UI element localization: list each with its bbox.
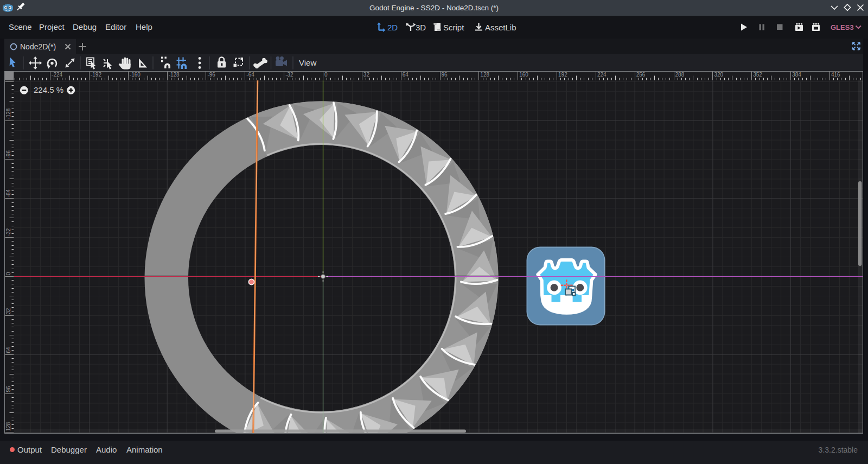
svg-text:3D: 3D (416, 23, 426, 32)
svg-text:32: 32 (363, 72, 370, 78)
svg-text:-96: -96 (5, 150, 11, 158)
svg-text:Godot Engine - SS2D - Node2D.t: Godot Engine - SS2D - Node2D.tscn (*) (369, 4, 499, 12)
svg-text:192: 192 (558, 72, 567, 78)
svg-text:-224: -224 (52, 72, 62, 78)
svg-text:352: 352 (753, 72, 762, 78)
svg-text:-96: -96 (207, 72, 215, 78)
svg-text:2D: 2D (387, 23, 398, 32)
svg-text:-128: -128 (5, 108, 11, 119)
svg-text:128: 128 (480, 72, 489, 78)
svg-text:224: 224 (597, 72, 607, 78)
svg-text:Debug: Debug (73, 22, 97, 31)
svg-text:-32: -32 (285, 72, 293, 78)
svg-text:-160: -160 (130, 72, 141, 78)
svg-text:AssetLib: AssetLib (485, 23, 516, 32)
svg-text:Output: Output (17, 445, 42, 454)
svg-text:-32: -32 (5, 228, 11, 236)
svg-text:416: 416 (831, 72, 840, 78)
svg-text:32: 32 (5, 308, 11, 314)
svg-text:320: 320 (714, 72, 723, 78)
svg-text:-128: -128 (169, 72, 180, 78)
svg-text:Node2D(*): Node2D(*) (20, 42, 56, 51)
svg-text:384: 384 (792, 72, 801, 78)
svg-text:288: 288 (675, 72, 685, 78)
svg-text:GLES3: GLES3 (831, 23, 854, 31)
svg-text:Script: Script (443, 23, 464, 32)
svg-text:256: 256 (636, 72, 646, 78)
svg-text:160: 160 (519, 72, 528, 78)
svg-text:Debugger: Debugger (51, 445, 87, 454)
svg-text:View: View (299, 58, 316, 67)
svg-text:Editor: Editor (105, 22, 126, 31)
svg-text:0: 0 (5, 272, 11, 275)
svg-text:64: 64 (403, 72, 409, 78)
svg-text:-64: -64 (246, 72, 254, 78)
svg-text:64: 64 (5, 347, 11, 353)
svg-text:3.3.2.stable: 3.3.2.stable (819, 446, 858, 454)
svg-text:-192: -192 (91, 72, 101, 78)
svg-text:224.5 %: 224.5 % (34, 85, 63, 94)
svg-text:96: 96 (5, 386, 11, 392)
svg-text:Help: Help (136, 22, 152, 31)
svg-text:Scene: Scene (9, 22, 32, 31)
svg-text:Audio: Audio (96, 445, 117, 454)
svg-text:128: 128 (5, 422, 11, 431)
svg-text:Animation: Animation (126, 445, 163, 454)
svg-text:0: 0 (324, 72, 328, 78)
svg-text:-64: -64 (5, 189, 11, 197)
svg-text:Project: Project (39, 22, 65, 31)
svg-text:96: 96 (442, 72, 448, 78)
